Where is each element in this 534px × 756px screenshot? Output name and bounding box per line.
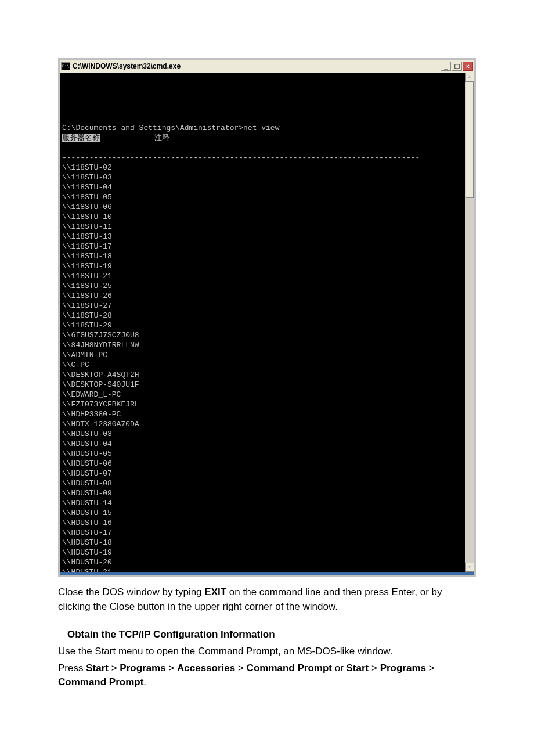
kw-cmdprompt: Command Prompt bbox=[247, 663, 332, 674]
server-entry: \\EDWARD_L-PC bbox=[62, 390, 461, 399]
sep: > bbox=[235, 663, 246, 674]
server-entry: \\ADMIN-PC bbox=[62, 350, 461, 360]
prompt-line: C:\Documents and Settings\Administrator>… bbox=[62, 123, 461, 133]
server-entry: \\6IGUS7J7SCZJ0U8 bbox=[62, 330, 461, 340]
server-entry: \\84JH8NYDIRRLLNW bbox=[62, 340, 461, 350]
server-entry: \\HDTX-12380A70DA bbox=[62, 419, 461, 429]
server-entry: \\HDUSTU-19 bbox=[62, 548, 461, 557]
blank-line bbox=[62, 113, 461, 123]
server-entry: \\118STU-26 bbox=[62, 291, 461, 301]
header-comment: 注释 bbox=[154, 134, 169, 142]
server-list: \\118STU-02\\118STU-03\\118STU-04\\118ST… bbox=[62, 163, 461, 572]
sep: > bbox=[369, 663, 380, 674]
kw-programs: Programs bbox=[120, 663, 165, 674]
server-entry: \\C-PC bbox=[62, 360, 461, 370]
server-entry: \\HDUSTU-04 bbox=[62, 439, 461, 449]
kw-start2: Start bbox=[347, 663, 369, 674]
document-body: Close the DOS window by typing EXIT on t… bbox=[58, 585, 476, 690]
cmd-icon: C:\ bbox=[61, 62, 70, 70]
text: Press bbox=[58, 663, 86, 674]
sep: > bbox=[109, 663, 120, 674]
server-entry: \\118STU-11 bbox=[62, 222, 461, 232]
server-entry: \\HDUSTU-07 bbox=[62, 469, 461, 478]
server-entry: \\DESKTOP-S40JU1F bbox=[62, 380, 461, 390]
server-entry: \\HDUSTU-17 bbox=[62, 528, 461, 538]
server-entry: \\118STU-25 bbox=[62, 281, 461, 291]
scrollbar[interactable]: ▲ ▼ bbox=[465, 73, 474, 572]
sep: > bbox=[166, 663, 177, 674]
server-entry: \\HDUSTU-05 bbox=[62, 449, 461, 459]
para-press-start: Press Start > Programs > Accessories > C… bbox=[58, 661, 476, 690]
window-title: C:\WINDOWS\system32\cmd.exe bbox=[73, 62, 441, 70]
server-entry: \\118STU-10 bbox=[62, 212, 461, 222]
cmd-window: C:\ C:\WINDOWS\system32\cmd.exe _ ❐ × ▲ … bbox=[58, 58, 476, 577]
server-entry: \\118STU-13 bbox=[62, 232, 461, 242]
text: . bbox=[143, 676, 146, 687]
server-entry: \\DESKTOP-A4SQT2H bbox=[62, 370, 461, 380]
server-entry: \\HDUSTU-21 bbox=[62, 567, 461, 572]
divider: ----------------------------------------… bbox=[62, 153, 461, 163]
server-entry: \\118STU-03 bbox=[62, 172, 461, 182]
minimize-button[interactable]: _ bbox=[441, 62, 451, 71]
server-entry: \\118STU-21 bbox=[62, 271, 461, 281]
server-entry: \\118STU-29 bbox=[62, 321, 461, 330]
server-entry: \\118STU-17 bbox=[62, 242, 461, 251]
server-entry: \\FZI073YCFBKEJRL bbox=[62, 399, 461, 409]
server-entry: \\HDUSTU-06 bbox=[62, 459, 461, 469]
server-entry: \\HDUSTU-03 bbox=[62, 429, 461, 439]
kw-start: Start bbox=[86, 663, 109, 674]
maximize-button[interactable]: ❐ bbox=[452, 62, 462, 71]
header-server-name: 服务器名称 bbox=[62, 134, 100, 142]
server-entry: \\118STU-06 bbox=[62, 202, 461, 212]
scroll-down-button[interactable]: ▼ bbox=[465, 563, 474, 572]
server-entry: \\HDUSTU-20 bbox=[62, 557, 461, 567]
server-entry: \\HDUSTU-09 bbox=[62, 488, 461, 498]
kw-cmdprompt2: Command Prompt bbox=[58, 676, 143, 687]
section-heading: Obtain the TCP/IP Configuration Informat… bbox=[58, 628, 476, 642]
server-entry: \\118STU-04 bbox=[62, 182, 461, 192]
console-output: ▲ ▼ C:\Documents and Settings\Administra… bbox=[60, 73, 474, 572]
server-entry: \\118STU-28 bbox=[62, 311, 461, 321]
server-entry: \\118STU-19 bbox=[62, 261, 461, 271]
header-spacer bbox=[100, 134, 154, 142]
close-button[interactable]: × bbox=[463, 62, 473, 71]
server-entry: \\HDUSTU-16 bbox=[62, 518, 461, 528]
header-row: 服务器名称 注释 bbox=[62, 133, 461, 143]
server-entry: \\HDUSTU-18 bbox=[62, 538, 461, 548]
server-entry: \\HDUSTU-15 bbox=[62, 508, 461, 518]
exit-keyword: EXIT bbox=[204, 586, 226, 597]
server-entry: \\HDHP3380-PC bbox=[62, 409, 461, 419]
window-controls: _ ❐ × bbox=[441, 62, 473, 71]
server-entry: \\HDUSTU-14 bbox=[62, 498, 461, 508]
server-entry: \\HDUSTU-08 bbox=[62, 478, 461, 488]
scroll-up-button[interactable]: ▲ bbox=[465, 73, 474, 82]
console-content: C:\Documents and Settings\Administrator>… bbox=[62, 103, 472, 572]
para-close-dos: Close the DOS window by typing EXIT on t… bbox=[58, 585, 476, 614]
sep: > bbox=[426, 663, 435, 674]
blank-line bbox=[62, 143, 461, 153]
server-entry: \\118STU-05 bbox=[62, 192, 461, 202]
para-use-start: Use the Start menu to open the Command P… bbox=[58, 645, 476, 659]
text-or: or bbox=[332, 663, 347, 674]
server-entry: \\118STU-18 bbox=[62, 251, 461, 261]
taskbar-strip bbox=[60, 572, 474, 575]
window-titlebar: C:\ C:\WINDOWS\system32\cmd.exe _ ❐ × bbox=[60, 60, 474, 73]
scroll-thumb[interactable] bbox=[466, 82, 474, 198]
kw-accessories: Accessories bbox=[177, 663, 235, 674]
server-entry: \\118STU-27 bbox=[62, 301, 461, 311]
server-entry: \\118STU-02 bbox=[62, 163, 461, 172]
text: Close the DOS window by typing bbox=[58, 586, 204, 597]
kw-programs2: Programs bbox=[380, 663, 426, 674]
